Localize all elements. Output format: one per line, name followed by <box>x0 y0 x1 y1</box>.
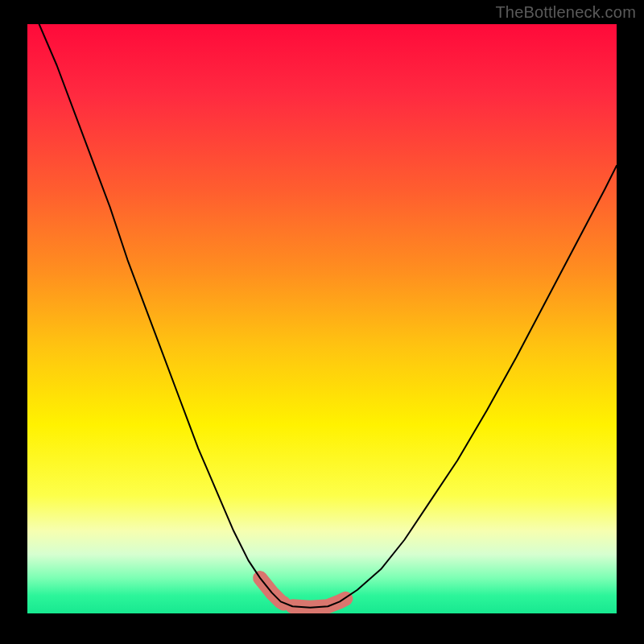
chart-background <box>27 24 617 613</box>
watermark-text: TheBottleneck.com <box>495 3 636 22</box>
chart-svg <box>27 24 617 613</box>
chart-plot-area <box>27 24 617 613</box>
